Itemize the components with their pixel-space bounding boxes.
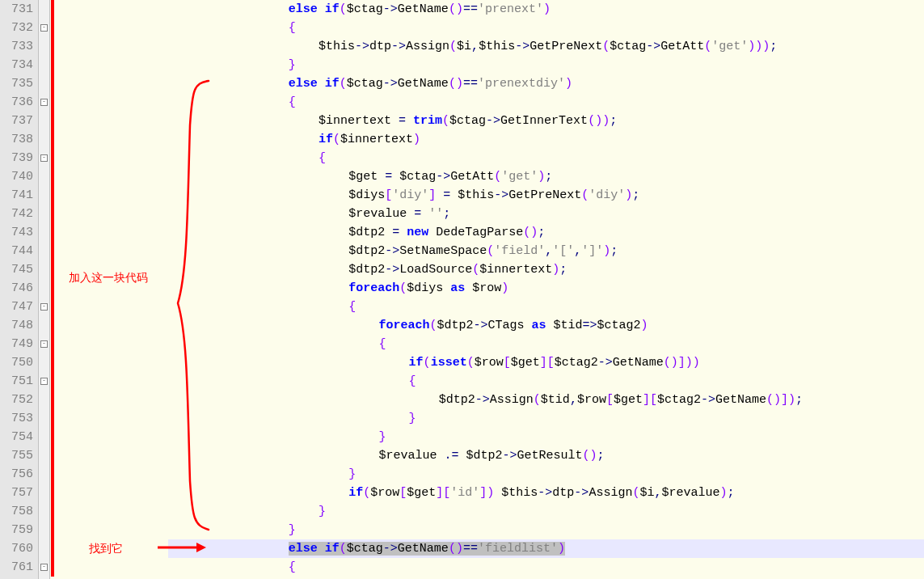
change-marker [51,93,54,112]
line-number: 745 [0,260,33,279]
code-line[interactable]: else if($ctag->GetName()=='prenext') [168,0,924,19]
fold-toggle-icon[interactable]: - [40,564,48,571]
line-number: 732 [0,19,33,37]
change-marker [51,279,54,298]
change-marker [51,37,54,56]
line-number: 744 [0,242,33,260]
code-line[interactable]: $dtp2->SetNameSpace('field','[',']'); [168,242,924,260]
line-number: 739 [0,149,33,167]
line-number: 760 [0,539,33,558]
code-line[interactable]: $revalue = ''; [168,205,924,223]
fold-toggle-icon[interactable]: - [40,303,48,311]
change-marker [51,372,54,391]
code-editor: 7317327337347357367377387397407417427437… [0,0,924,579]
line-number: 748 [0,316,33,335]
line-number: 734 [0,56,33,74]
fold-column[interactable]: ------- [39,0,50,579]
line-number: 749 [0,335,33,353]
code-line[interactable]: else if($ctag->GetName()=='fieldlist') [168,539,924,558]
change-marker [51,465,54,484]
change-marker [51,223,54,242]
code-line[interactable]: foreach($dtp2->CTags as $tid=>$ctag2) [168,316,924,335]
change-marker [51,298,54,316]
code-line[interactable]: } [168,428,924,446]
line-number: 736 [0,93,33,112]
line-number: 740 [0,167,33,186]
code-line[interactable]: } [168,56,924,74]
change-marker [51,353,54,372]
line-number: 755 [0,446,33,465]
line-number: 750 [0,353,33,372]
line-number: 731 [0,0,33,19]
code-line[interactable]: $dtp2->Assign($tid,$row[$get][$ctag2->Ge… [168,391,924,409]
change-marker [51,539,54,558]
change-marker [51,521,54,539]
code-area[interactable]: else if($ctag->GetName()=='prenext'){$th… [55,0,924,579]
code-line[interactable]: { [168,19,924,37]
code-line[interactable]: { [168,558,924,577]
code-line[interactable]: else if($ctag->GetName()=='prenextdiy') [168,74,924,93]
code-line[interactable]: { [168,372,924,391]
code-line[interactable]: $diys['diy'] = $this->GetPreNext('diy'); [168,186,924,205]
code-line[interactable]: { [168,149,924,167]
line-number: 759 [0,521,33,539]
code-line[interactable]: { [168,93,924,112]
change-marker [51,484,54,502]
line-number: 757 [0,484,33,502]
fold-toggle-icon[interactable]: - [40,340,48,348]
code-line[interactable]: if(isset($row[$get][$ctag2->GetName()])) [168,353,924,372]
code-line[interactable]: } [168,521,924,539]
line-number: 735 [0,74,33,93]
change-marker [51,186,54,205]
change-marker [51,0,54,19]
code-line[interactable]: if($innertext) [168,130,924,149]
line-number: 758 [0,502,33,521]
change-marker [51,502,54,521]
line-number: 742 [0,205,33,223]
change-marker [51,205,54,223]
code-line[interactable]: { [168,335,924,353]
line-number: 747 [0,298,33,316]
change-marker [51,56,54,74]
change-marker [51,242,54,260]
fold-toggle-icon[interactable]: - [40,154,48,162]
change-marker [51,112,54,130]
code-line[interactable]: $innertext = trim($ctag->GetInnerText())… [168,112,924,130]
code-line[interactable]: { [168,298,924,316]
change-marker [51,130,54,149]
code-line[interactable]: } [168,409,924,428]
change-marker [51,167,54,186]
code-line[interactable]: if($row[$get]['id']) $this->dtp->Assign(… [168,484,924,502]
line-number: 761 [0,558,33,577]
change-marker [51,446,54,465]
code-line[interactable]: $revalue .= $dtp2->GetResult(); [168,446,924,465]
line-number: 746 [0,279,33,298]
code-line[interactable]: } [168,465,924,484]
code-line[interactable]: $this->dtp->Assign($i,$this->GetPreNext(… [168,37,924,56]
change-marker [51,260,54,279]
change-marker [51,428,54,446]
change-marker [51,149,54,167]
line-number: 754 [0,428,33,446]
change-marker [51,19,54,37]
line-number: 753 [0,409,33,428]
line-number: 738 [0,130,33,149]
line-number-gutter: 7317327337347357367377387397407417427437… [0,0,39,579]
code-line[interactable]: } [168,502,924,521]
code-line[interactable]: $get = $ctag->GetAtt('get'); [168,167,924,186]
code-line[interactable]: $dtp2 = new DedeTagParse(); [168,223,924,242]
change-marker [51,335,54,353]
line-number: 737 [0,112,33,130]
line-number: 752 [0,391,33,409]
change-marker [51,409,54,428]
line-number: 756 [0,465,33,484]
fold-toggle-icon[interactable]: - [40,378,48,385]
fold-toggle-icon[interactable]: - [40,24,48,32]
code-line[interactable]: $dtp2->LoadSource($innertext); [168,260,924,279]
line-number: 733 [0,37,33,56]
fold-toggle-icon[interactable]: - [40,99,48,106]
change-marker [51,558,54,577]
line-number: 751 [0,372,33,391]
change-marker [51,316,54,335]
code-line[interactable]: foreach($diys as $row) [168,279,924,298]
